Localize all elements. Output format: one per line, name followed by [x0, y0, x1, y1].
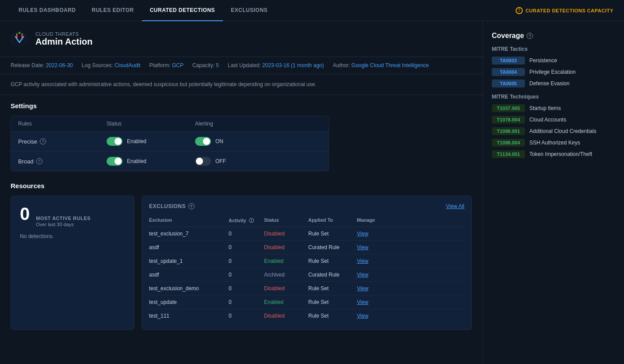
author-label: Author: Google Cloud Threat Intelligence	[333, 62, 429, 68]
content-area: CLOUD THREATS Admin Action Release Date:…	[0, 21, 482, 364]
last-updated-value: 2023-03-16 (1 month ago)	[262, 62, 324, 68]
technique-row: T1098.001 Additional Cloud Credentials	[492, 127, 615, 135]
broad-alerting-toggle[interactable]	[195, 157, 211, 166]
last-updated-label: Last Updated: 2023-03-16 (1 month ago)	[228, 62, 324, 68]
coverage-title: Coverage ?	[492, 32, 615, 40]
exc-name: test_exclusion_demo	[149, 285, 229, 292]
nav-exclusions[interactable]: EXCLUSIONS	[223, 0, 276, 21]
tactic-tag[interactable]: TA0005	[492, 80, 525, 87]
exc-status: Enabled	[264, 299, 308, 305]
main-layout: CLOUD THREATS Admin Action Release Date:…	[0, 21, 624, 364]
tactic-tag[interactable]: TA0004	[492, 68, 525, 76]
tactics-list: TA0003 Persistence TA0004 Privilege Esca…	[492, 57, 615, 87]
technique-tag[interactable]: T1037.005	[492, 104, 525, 112]
meta-bar: Release Date: 2022-06-30 Log Sources: Cl…	[0, 57, 482, 74]
exc-view-link[interactable]: View	[357, 272, 392, 278]
precise-help-icon[interactable]: ?	[40, 138, 46, 144]
technique-label: Startup Items	[529, 105, 561, 111]
platform-label: Platform: GCP	[149, 62, 184, 68]
resources-grid: 0 MOST ACTIVE RULES Over last 30 days No…	[11, 196, 472, 330]
nav-curated-detections[interactable]: CURATED DETECTIONS	[142, 0, 223, 21]
broad-label: Broad ?	[18, 158, 107, 165]
tactic-tag[interactable]: TA0003	[492, 57, 525, 64]
exc-view-link[interactable]: View	[357, 285, 392, 292]
view-all-link[interactable]: View All	[446, 203, 464, 209]
active-rules-number: 0	[20, 205, 30, 223]
exc-name: asdf	[149, 244, 229, 250]
broad-alerting-group: OFF	[195, 157, 322, 166]
capacity-warning-label: CURATED DETECTIONS CAPACITY	[525, 8, 613, 13]
technique-tag[interactable]: T1078.004	[492, 116, 525, 124]
exc-status: Enabled	[264, 258, 308, 264]
exc-name: test_update	[149, 299, 229, 305]
exc-view-link[interactable]: View	[357, 244, 392, 250]
top-nav: RULES DASHBOARD RULES EDITOR CURATED DET…	[0, 0, 624, 21]
technique-row: T1078.004 Cloud Accounts	[492, 116, 615, 124]
exclusions-row: asdf 0 Archived Curated Rule View	[149, 268, 464, 282]
exc-activity: 0	[229, 258, 264, 264]
technique-tag[interactable]: T1134.001	[492, 150, 525, 158]
exc-status: Disabled	[264, 231, 308, 237]
tactic-label: Defense Evasion	[529, 80, 570, 87]
exc-col-exclusion: Exclusion	[149, 217, 229, 224]
settings-title: Settings	[11, 102, 472, 110]
header-text: CLOUD THREATS Admin Action	[35, 31, 92, 47]
exclusions-help-icon[interactable]: ?	[188, 203, 195, 209]
nav-rules-dashboard[interactable]: RULES DASHBOARD	[11, 0, 84, 21]
exclusions-card: EXCLUSIONS ? View All Exclusion Activity…	[142, 196, 472, 330]
technique-tag[interactable]: T1098.004	[492, 139, 525, 147]
broad-alerting-label: OFF	[215, 158, 226, 164]
capacity-value: 5	[216, 62, 219, 68]
exc-view-link[interactable]: View	[357, 299, 392, 305]
active-rules-card: 0 MOST ACTIVE RULES Over last 30 days No…	[11, 196, 134, 330]
precise-alerting-toggle[interactable]	[195, 137, 211, 146]
rules-table-header: Rules Status Alerting	[11, 116, 329, 131]
release-date-value: 2022-06-30	[46, 62, 73, 68]
exc-status: Disabled	[264, 244, 308, 250]
col-rules: Rules	[18, 121, 107, 127]
exclusions-row: test_update 0 Enabled Rule Set View	[149, 296, 464, 309]
nav-rules-editor[interactable]: RULES EDITOR	[84, 0, 142, 21]
sidebar: Coverage ? MITRE Tactics TA0003 Persiste…	[482, 21, 624, 364]
tactic-row: TA0005 Defense Evasion	[492, 80, 615, 87]
precise-status-label: Enabled	[127, 138, 146, 144]
app-logo	[11, 30, 28, 48]
col-alerting: Alerting	[195, 121, 322, 127]
technique-tag[interactable]: T1098.001	[492, 127, 525, 135]
exc-view-link[interactable]: View	[357, 231, 392, 237]
broad-status-group: Enabled	[107, 157, 195, 166]
exclusions-row: test_111 0 Disabled Rule Set View	[149, 309, 464, 322]
tactic-label: Persistence	[529, 57, 557, 64]
exclusions-row: test_exclusion_7 0 Disabled Rule Set Vie…	[149, 227, 464, 241]
author-value: Google Cloud Threat Intelligence	[352, 62, 429, 68]
exc-activity: 0	[229, 285, 264, 292]
tactics-label: MITRE Tactics	[492, 46, 615, 52]
broad-status-toggle[interactable]	[107, 157, 123, 166]
capacity-label: Capacity: 5	[192, 62, 219, 68]
exc-col-applied-to: Applied To	[308, 217, 357, 224]
activity-help-icon[interactable]: ⓘ	[249, 218, 254, 223]
exc-status: Disabled	[264, 285, 308, 292]
technique-label: Additional Cloud Credentials	[529, 128, 596, 134]
precise-status-toggle[interactable]	[107, 137, 123, 146]
techniques-label: MITRE Techniques	[492, 94, 615, 100]
exc-applied-to: Rule Set	[308, 258, 357, 264]
exc-view-link[interactable]: View	[357, 313, 392, 319]
coverage-help-icon[interactable]: ?	[527, 33, 533, 39]
exc-activity: 0	[229, 299, 264, 305]
broad-help-icon[interactable]: ?	[36, 158, 42, 164]
techniques-list: T1037.005 Startup Items T1078.004 Cloud …	[492, 104, 615, 158]
exc-view-link[interactable]: View	[357, 258, 392, 264]
col-status: Status	[107, 121, 195, 127]
rule-description: GCP activity associated with administrat…	[0, 74, 482, 95]
exclusions-row: asdf 0 Disabled Curated Rule View	[149, 241, 464, 254]
exc-applied-to: Rule Set	[308, 299, 357, 305]
platform-value: GCP	[172, 62, 184, 68]
log-sources-label: Log Sources: CloudAudit	[82, 62, 141, 68]
exc-status: Disabled	[264, 313, 308, 319]
exc-status: Archived	[264, 272, 308, 278]
exc-applied-to: Rule Set	[308, 231, 357, 237]
exc-name: asdf	[149, 272, 229, 278]
tactic-row: TA0003 Persistence	[492, 57, 615, 64]
capacity-warning[interactable]: ! CURATED DETECTIONS CAPACITY	[516, 7, 613, 14]
